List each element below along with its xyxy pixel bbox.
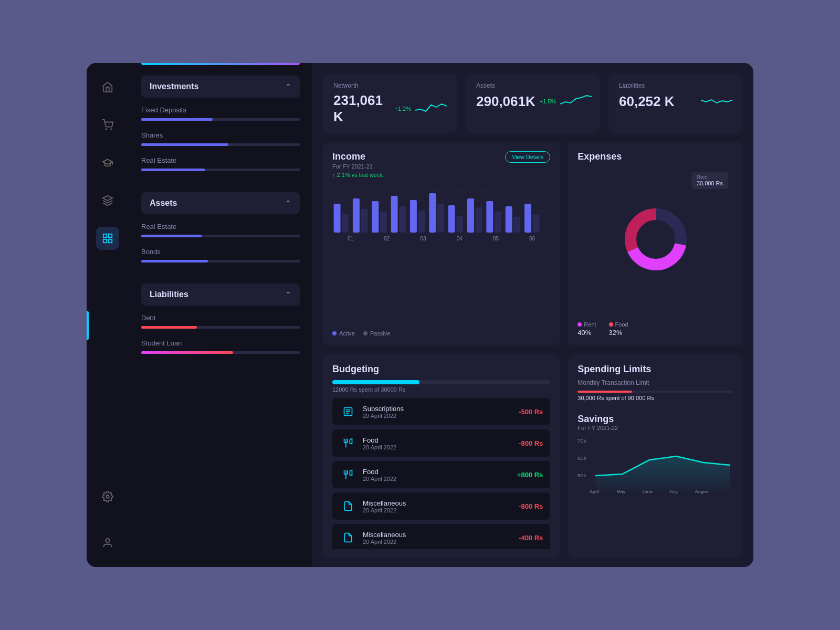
assets-card: Assets 290,061K +1.5% [466,74,600,133]
tx-info-subscriptions: Subscriptions 20 April 2022 [363,405,512,419]
tx-info-misc1: Miscellaneous 20 April 2022 [363,499,512,513]
expenses-title: Expenses [578,151,733,162]
svg-rect-18 [380,212,387,233]
assets-section: Assets ⌃ Real Estate Bonds [129,182,312,273]
item-fixed-deposits: Fixed Deposits [141,106,300,121]
sidebar-item-user[interactable] [96,531,119,554]
tx-icon-subscriptions [340,403,356,420]
assets-change: +1.5% [540,98,556,104]
expenses-tooltip: Rent 30,000 Rs [691,172,728,189]
networth-value: 231,061 K [333,92,391,125]
svg-rect-31 [506,206,512,233]
donut-container: Rent 30,000 Rs [578,162,733,316]
tx-date-food1: 20 April 2022 [363,444,512,450]
sidebar-item-education[interactable] [96,151,119,174]
legend-passive-label: Passive [370,330,391,337]
expenses-legend-rent: Rent 40% [578,321,596,337]
assets-header[interactable]: Assets ⌃ [141,192,300,214]
sidebar-item-cart[interactable] [96,113,119,136]
expenses-legend-food: Food 32% [609,321,628,337]
svg-rect-5 [103,239,107,243]
item-fixed-deposits-label: Fixed Deposits [141,106,300,114]
item-debt-label: Debt [141,314,300,322]
legend-active: Active [332,330,355,337]
svg-text:70k: 70k [578,438,586,444]
x-label-01: 01 [348,236,353,242]
item-bonds-fill [141,260,208,262]
tx-date-subscriptions: 20 April 2022 [363,413,512,419]
tooltip-value: 30,000 Rs [697,180,723,186]
item-fixed-deposits-fill [141,118,213,121]
sidebar-item-settings[interactable] [96,485,119,508]
svg-rect-24 [437,204,444,233]
investments-section: Investments ⌃ Fixed Deposits Shares Real… [129,65,312,182]
sidebar-item-layers[interactable] [96,189,119,212]
liabilities-header[interactable]: Liabilities ⌃ [141,284,300,306]
svg-rect-33 [524,204,531,233]
monthly-limit-label: Monthly Transaction Limit [578,379,733,386]
item-bonds-track [141,260,300,262]
svg-text:July: July [669,489,678,494]
savings-chart: 70k 60k 50k [578,436,733,501]
liabilities-card: Liabilities 60,252 K [608,74,743,133]
tx-date-food2: 20 April 2022 [363,476,511,482]
item-student-loan-label: Student Loan [141,339,300,347]
tx-name-misc1: Miscellaneous [363,499,512,507]
svg-text:60k: 60k [578,456,586,461]
item-real-estate-assets-label: Real Estate [141,223,300,230]
liabilities-title: Liabilities [150,290,188,299]
svg-text:May: May [616,489,626,494]
table-row: Miscellaneous 20 April 2022 -400 Rs [332,524,550,549]
assets-value: 290,061K [476,93,536,110]
item-fixed-deposits-track [141,118,300,121]
svg-rect-4 [109,234,112,237]
spending-bar-fill [578,391,632,393]
item-student-loan: Student Loan [141,339,300,354]
investments-chevron[interactable]: ⌃ [285,82,291,91]
tx-info-food1: Food 20 April 2022 [363,436,512,450]
item-debt-fill [141,326,197,329]
assets-chevron[interactable]: ⌃ [285,199,291,207]
mid-row: Income For FY 2021-22 ↑ 2.1% vs last wee… [312,133,753,346]
tx-date-misc2: 20 April 2022 [363,539,512,545]
item-shares-label: Shares [141,131,300,139]
legend-active-label: Active [339,330,355,337]
tx-name-misc2: Miscellaneous [363,531,512,539]
investments-title: Investments [150,82,198,91]
svg-rect-6 [109,239,112,243]
expenses-legend: Rent 40% Food 32% [578,321,733,337]
svg-rect-25 [448,205,455,233]
liabilities-section: Liabilities ⌃ Debt Student Loan [129,273,312,364]
savings-subtitle: For FY 2021-22 [578,425,733,431]
tooltip-label: Rent [697,174,723,180]
tx-date-misc1: 20 April 2022 [363,507,512,513]
tx-name-food2: Food [363,468,511,476]
liabilities-chevron[interactable]: ⌃ [285,290,291,299]
transaction-list: Subscriptions 20 April 2022 -500 Rs Food… [332,398,550,549]
svg-rect-16 [361,209,368,233]
svg-rect-34 [533,214,540,233]
svg-rect-21 [410,200,417,233]
view-details-button[interactable]: View Details [505,151,550,163]
income-legend: Active Passive [332,330,550,337]
tx-amount-misc1: -800 Rs [519,502,543,510]
item-debt-track [141,326,300,329]
svg-point-0 [106,129,107,130]
item-real-estate-assets-fill [141,235,202,237]
sidebar-item-dashboard[interactable] [96,227,119,250]
table-row: Miscellaneous 20 April 2022 -800 Rs [332,492,550,520]
item-real-estate-inv: Real Estate [141,156,300,171]
income-titles: Income For FY 2021-22 ↑ 2.1% vs last wee… [332,151,383,178]
networth-value-row: 231,061 K +1.2% [333,92,447,125]
tx-name-food1: Food [363,436,512,444]
sidebar-item-home[interactable] [96,76,119,99]
svg-text:50k: 50k [578,473,586,478]
svg-rect-28 [476,207,482,233]
expenses-legend-rent-label: Rent [578,321,596,328]
item-bonds: Bonds [141,248,300,262]
svg-rect-14 [342,214,349,233]
investments-header[interactable]: Investments ⌃ [141,76,300,98]
main-content: Networth 231,061 K +1.2% Assets 290,061K… [312,63,753,567]
svg-point-7 [106,495,109,498]
tx-info-misc2: Miscellaneous 20 April 2022 [363,531,512,545]
